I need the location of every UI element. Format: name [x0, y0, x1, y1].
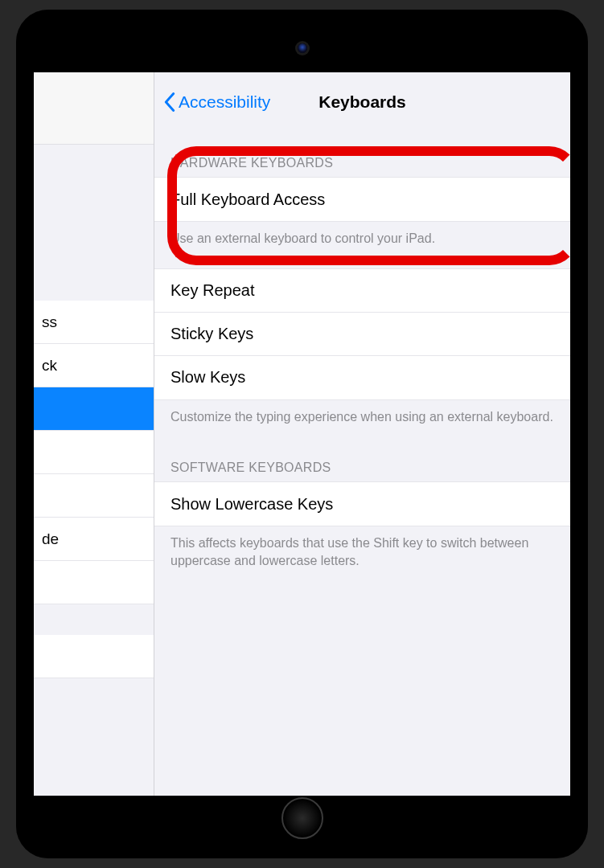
section-hardware-2: Key Repeat Sticky Keys Slow Keys Customi… [154, 268, 570, 434]
sticky-keys-row[interactable]: Sticky Keys [154, 313, 570, 356]
home-button[interactable] [281, 797, 323, 839]
sidebar-item[interactable] [34, 431, 154, 474]
section-software: SOFTWARE KEYBOARDS Show Lowercase Keys T… [154, 444, 570, 577]
key-repeat-row[interactable]: Key Repeat [154, 269, 570, 313]
cell-group: Full Keyboard Access [154, 177, 570, 222]
section-header: SOFTWARE KEYBOARDS [154, 444, 570, 481]
sidebar-item[interactable] [34, 635, 154, 678]
cell-group: Key Repeat Sticky Keys Slow Keys [154, 268, 570, 400]
sidebar-item[interactable] [34, 561, 154, 604]
detail-pane: Accessibility Keyboards HARDWARE KEYBOAR… [154, 72, 570, 796]
section-footer: This affects keyboards that use the Shif… [154, 526, 570, 577]
chevron-left-icon [164, 92, 175, 112]
sidebar-item[interactable]: ss [34, 301, 154, 344]
sidebar-header [34, 72, 154, 145]
sidebar-item[interactable]: ck [34, 344, 154, 387]
sidebar-item[interactable] [34, 474, 154, 518]
back-button[interactable]: Accessibility [164, 92, 270, 112]
screen: ss ck de Accessibility Keyboa [34, 72, 570, 796]
cell-group: Show Lowercase Keys [154, 481, 570, 526]
section-hardware-1: HARDWARE KEYBOARDS Full Keyboard Access … [154, 140, 570, 256]
full-keyboard-access-row[interactable]: Full Keyboard Access [154, 178, 570, 221]
navigation-bar: Accessibility Keyboards [154, 72, 570, 132]
page-title: Keyboards [318, 92, 406, 112]
ipad-frame: ss ck de Accessibility Keyboa [16, 10, 588, 858]
front-camera [298, 43, 307, 53]
settings-sidebar: ss ck de [34, 72, 154, 796]
back-label: Accessibility [179, 92, 270, 112]
section-header: HARDWARE KEYBOARDS [154, 140, 570, 177]
section-footer: Use an external keyboard to control your… [154, 222, 570, 256]
sidebar-item-selected[interactable] [34, 387, 154, 431]
show-lowercase-keys-row[interactable]: Show Lowercase Keys [154, 482, 570, 526]
sidebar-item[interactable]: de [34, 518, 154, 561]
slow-keys-row[interactable]: Slow Keys [154, 356, 570, 399]
section-footer: Customize the typing experience when usi… [154, 400, 570, 434]
